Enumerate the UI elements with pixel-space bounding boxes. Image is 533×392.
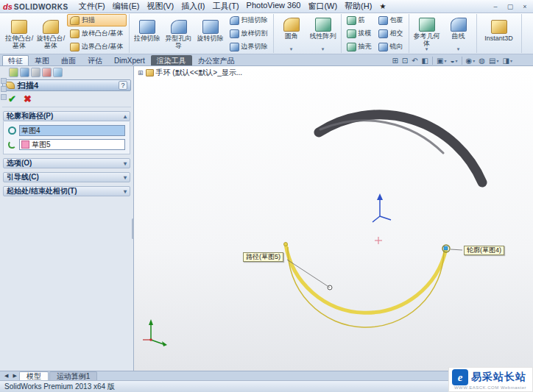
reference-geometry-button[interactable]: 参考几何体 ▾ xyxy=(412,16,442,51)
help-icon[interactable]: ? xyxy=(119,81,127,90)
minimize-icon[interactable]: – xyxy=(490,3,501,10)
menu-view[interactable]: 视图(V) xyxy=(143,0,177,13)
revolve-boss-button[interactable]: 旋转凸台/基体 xyxy=(35,18,66,49)
path-callout[interactable]: 路径(草图5) xyxy=(243,252,283,262)
menu-file[interactable]: 文件(F) xyxy=(75,0,109,13)
tab-sketch[interactable]: 草图 xyxy=(29,55,55,65)
tab-evaluate[interactable]: 评估 xyxy=(82,55,108,65)
selection-handle[interactable] xyxy=(444,246,448,250)
restore-icon[interactable]: ▢ xyxy=(505,3,515,10)
dimxpert-manager-tab-icon[interactable] xyxy=(42,68,52,77)
tab-office-products[interactable]: 办公室产品 xyxy=(192,55,241,65)
menu-edit[interactable]: 编辑(E) xyxy=(109,0,144,13)
apply-scene-icon[interactable]: ▤▾ xyxy=(487,57,500,65)
boundary-boss-button[interactable]: 边界凸台/基体 xyxy=(67,40,127,53)
display-manager-tab-icon[interactable] xyxy=(53,68,63,77)
path-callout-text: 路径(草图5) xyxy=(246,253,280,260)
close-icon[interactable]: × xyxy=(520,3,530,10)
instant3d-button[interactable]: Instant3D xyxy=(479,18,519,49)
path-selection-field[interactable]: 草图5 xyxy=(19,139,125,150)
cut-stack: 扫描切除 放样切割 边界切除 xyxy=(227,14,271,53)
curves-button[interactable]: 曲线 ▾ xyxy=(443,16,474,51)
path-start-point[interactable] xyxy=(284,243,288,246)
draft-button[interactable]: 拔模 xyxy=(344,27,375,40)
sweep-cut-icon xyxy=(230,16,239,25)
guide-curves-section-header[interactable]: 引导线(C) ▾ xyxy=(3,172,130,182)
ok-button[interactable]: ✔ xyxy=(8,93,16,104)
shell-icon xyxy=(347,43,356,51)
profile-callout-text: 轮廓(草图4) xyxy=(467,246,501,254)
menu-help[interactable]: 帮助(H) xyxy=(341,0,375,13)
tab-surfaces[interactable]: 曲面 xyxy=(55,55,82,65)
view-settings-icon[interactable]: ◨▾ xyxy=(501,57,514,65)
view-orientation-icon[interactable]: ▣▾ xyxy=(435,57,448,65)
tab-render-tools[interactable]: 渲染工具 xyxy=(151,55,192,65)
menu-tools[interactable]: 工具(T) xyxy=(209,0,243,13)
sweep-icon xyxy=(70,16,80,25)
profile-path-section-header[interactable]: 轮廓和路径(P) ▴ xyxy=(3,111,130,121)
graphics-viewport[interactable]: ⊞ 手环 (默认<<默认>_显示... xyxy=(134,66,533,371)
revolve-cut-button[interactable]: 旋转切除 xyxy=(195,18,226,49)
sweep-cut-button[interactable]: 扫描切除 xyxy=(227,14,271,26)
menu-window[interactable]: 窗口(W) xyxy=(304,0,341,13)
previous-view-icon[interactable]: ↶ xyxy=(410,57,419,65)
menu-insert[interactable]: 插入(I) xyxy=(177,0,208,13)
tab-dimxpert[interactable]: DimXpert xyxy=(108,55,151,65)
loft-boss-button[interactable]: 放样凸台/基体 xyxy=(67,27,127,40)
hide-show-items-icon[interactable]: ◉▾ xyxy=(465,57,477,65)
linear-pattern-button[interactable]: 线性阵列 ▾ xyxy=(308,16,339,51)
feature-tree-tab-icon[interactable] xyxy=(9,68,18,77)
menu-bar: 文件(F) 编辑(E) 视图(V) 插入(I) 工具(T) PhotoView … xyxy=(75,0,376,13)
cancel-button[interactable]: ✖ xyxy=(24,93,32,104)
tab-features[interactable]: 特征 xyxy=(2,55,29,65)
revolve-cut-icon xyxy=(202,20,219,34)
profile-selection-field[interactable]: 草图4 xyxy=(19,125,125,136)
boundary-cut-label: 边界切除 xyxy=(241,42,268,51)
origin-triad xyxy=(143,319,167,346)
boundary-cut-button[interactable]: 边界切除 xyxy=(227,40,271,53)
motion-study-tab[interactable]: 运动算例1 xyxy=(49,371,98,380)
dock-toolbar-icon[interactable] xyxy=(1,94,7,100)
fillet-button[interactable]: 圆角 ▾ xyxy=(276,16,307,51)
hole-wizard-icon xyxy=(171,20,187,34)
extrude-cut-button[interactable]: 拉伸切除 xyxy=(132,18,163,49)
pin-menu-star-icon[interactable]: ★ xyxy=(378,2,387,10)
profile-callout[interactable]: 轮廓(草图4) xyxy=(464,246,504,255)
ribbon-group-cut: 拉伸切除 异型孔向导 旋转切除 扫描切除 放样切割 边界切除 xyxy=(130,14,274,53)
wrap-button[interactable]: 包覆 xyxy=(375,14,406,26)
tab-scroll-next-icon[interactable]: ▶ xyxy=(10,371,18,380)
start-end-tangency-section-header[interactable]: 起始处/结束处相切(T) ▾ xyxy=(3,186,130,196)
curves-dropdown-icon[interactable]: ▾ xyxy=(457,47,460,51)
section-start-end-tangency: 起始处/结束处相切(T) ▾ xyxy=(3,186,130,196)
intersect-button[interactable]: 相交 xyxy=(375,27,406,40)
mirror-button[interactable]: 镜向 xyxy=(375,40,406,53)
ribbon-group-features2: 筋 拔模 抽壳 包覆 相交 镜向 xyxy=(342,14,409,53)
zoom-area-icon[interactable]: ⊡ xyxy=(400,57,409,65)
edit-appearance-icon[interactable]: ◍ xyxy=(477,57,487,65)
sweep-path-sketch[interactable] xyxy=(286,244,446,313)
dock-toolbar-icon[interactable] xyxy=(1,78,7,84)
dock-toolbar-icon[interactable] xyxy=(1,86,7,92)
reference-geometry-dropdown-icon[interactable]: ▾ xyxy=(426,47,428,51)
hole-wizard-button[interactable]: 异型孔向导 xyxy=(163,18,194,49)
display-style-icon[interactable]: ◒▾ xyxy=(449,57,459,65)
property-manager-tab-icon[interactable] xyxy=(20,68,29,77)
section-view-icon[interactable]: ◧ xyxy=(420,57,430,65)
loft-cut-button[interactable]: 放样切割 xyxy=(227,27,271,40)
rib-button[interactable]: 筋 xyxy=(344,14,375,26)
configuration-manager-tab-icon[interactable] xyxy=(31,68,40,77)
status-text: SolidWorks Premium 2013 x64 版 xyxy=(4,382,115,392)
extrude-boss-button[interactable]: 拉伸凸台/基体 xyxy=(4,18,35,49)
options-section-label: 选项(O) xyxy=(7,158,32,168)
linear-pattern-dropdown-icon[interactable]: ▾ xyxy=(322,47,325,51)
model-tab[interactable]: 模型 xyxy=(19,371,49,380)
sweep-button[interactable]: 扫描 xyxy=(67,14,127,26)
swept-solid-body[interactable] xyxy=(319,115,482,182)
tab-scroll-prev-icon[interactable]: ◀ xyxy=(2,371,10,380)
fillet-dropdown-icon[interactable]: ▾ xyxy=(290,47,293,51)
linear-pattern-label: 线性阵列 xyxy=(310,32,336,47)
zoom-fit-icon[interactable]: ⊞ xyxy=(390,57,399,65)
options-section-header[interactable]: 选项(O) ▾ xyxy=(3,158,130,168)
menu-photoview[interactable]: PhotoView 360 xyxy=(243,0,305,13)
shell-button[interactable]: 抽壳 xyxy=(344,40,375,53)
